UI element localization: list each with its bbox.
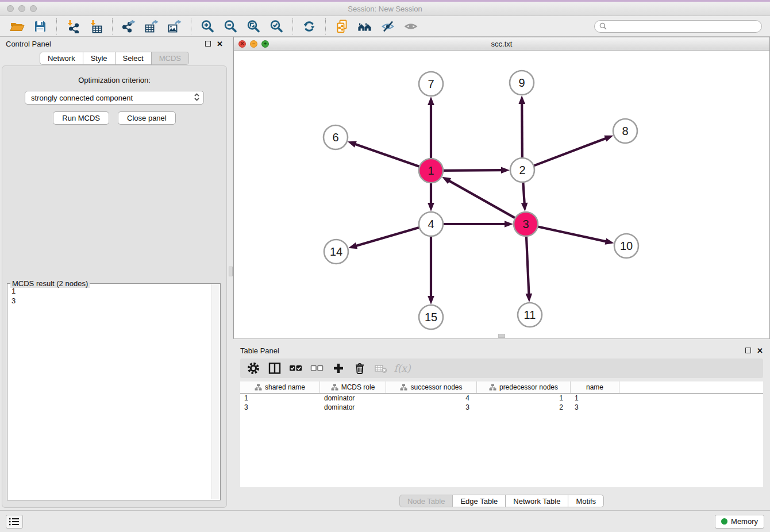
export-table-button[interactable]: [140, 18, 163, 35]
table-toolbar: f(x): [240, 358, 763, 378]
add-column-button[interactable]: [330, 360, 347, 376]
column-header-successor-nodes[interactable]: successor nodes: [386, 381, 477, 393]
table-cell: 1: [477, 394, 571, 402]
run-mcds-button[interactable]: Run MCDS: [53, 111, 109, 125]
network-maximize-button[interactable]: +: [261, 40, 269, 48]
export-image-button[interactable]: [163, 18, 186, 35]
import-table-icon: [89, 20, 103, 33]
column-header-predecessor-nodes[interactable]: predecessor nodes: [477, 381, 571, 393]
float-panel-icon[interactable]: [205, 41, 211, 47]
table-settings-button[interactable]: [245, 360, 262, 376]
tab-mcds[interactable]: MCDS: [152, 52, 189, 65]
table-row[interactable]: 3dominator323: [240, 403, 763, 412]
select-stepper-icon: [194, 92, 200, 103]
status-bar: Memory: [0, 510, 770, 532]
float-table-panel-icon[interactable]: [745, 348, 751, 353]
criterion-select[interactable]: strongly connected component: [25, 91, 204, 105]
table-row[interactable]: 1dominator411: [240, 394, 763, 403]
unchecked-boxes-icon: [310, 362, 324, 375]
table-cell: 2: [477, 403, 571, 411]
zoom-selected-button[interactable]: [265, 18, 288, 35]
tab-select[interactable]: Select: [116, 52, 152, 65]
graph-edge-2-9[interactable]: [522, 103, 522, 160]
splitter-grip[interactable]: [229, 267, 233, 276]
column-header-shared-name[interactable]: shared name: [240, 381, 320, 393]
network-close-button[interactable]: ✕: [238, 40, 246, 48]
import-table-button[interactable]: [84, 18, 107, 35]
graph-edge-2-3[interactable]: [523, 180, 525, 204]
result-scrollbar[interactable]: [211, 284, 220, 499]
tab-motifs[interactable]: Motifs: [568, 495, 604, 507]
clone-network-icon: [335, 20, 349, 33]
hide-selected-button[interactable]: [376, 18, 399, 35]
horizontal-splitter[interactable]: [233, 339, 770, 344]
refresh-view-button[interactable]: [298, 18, 321, 35]
canvas-resize-grip[interactable]: [498, 334, 505, 338]
graph-edge-3-1[interactable]: [448, 180, 517, 219]
mcds-result-text[interactable]: 1 3: [9, 285, 210, 499]
open-session-button[interactable]: [6, 18, 29, 35]
node-table-body: 1dominator4113dominator323: [240, 394, 763, 412]
zoom-selected-icon: [270, 20, 283, 33]
columns-icon: [268, 362, 281, 375]
tab-edge-table[interactable]: Edge Table: [453, 495, 506, 507]
toolbar-separator: [325, 18, 326, 34]
save-session-button[interactable]: [29, 18, 52, 35]
table-cell: 3: [571, 403, 619, 411]
network-canvas[interactable]: 7968124314101511: [234, 51, 769, 338]
graph-node-label: 7: [428, 78, 434, 90]
main-toolbar: [0, 16, 770, 37]
task-history-button[interactable]: [6, 515, 23, 529]
search-box[interactable]: [594, 20, 762, 33]
zoom-window-button[interactable]: [30, 5, 37, 12]
clone-network-button[interactable]: [330, 18, 353, 35]
deselect-all-button[interactable]: [309, 360, 326, 376]
close-window-button[interactable]: [7, 5, 14, 12]
network-window-titlebar[interactable]: ✕ − + scc.txt: [234, 37, 769, 51]
column-header-name[interactable]: name: [571, 381, 619, 393]
column-header-mcds-role[interactable]: MCDS role: [320, 381, 386, 393]
close-panel-icon[interactable]: ✕: [217, 40, 223, 48]
mcds-panel: Optimization criterion: strongly connect…: [2, 65, 227, 508]
select-all-button[interactable]: [287, 360, 305, 376]
graph-edge-3-10[interactable]: [536, 226, 607, 242]
graph-edge-arrow: [348, 242, 357, 249]
network-graph[interactable]: 7968124314101511: [234, 51, 769, 338]
graph-edge-4-14[interactable]: [356, 227, 421, 246]
export-network-button[interactable]: [117, 18, 140, 35]
network-window-title: scc.txt: [234, 40, 769, 48]
show-all-button[interactable]: [399, 18, 422, 35]
minimize-window-button[interactable]: [18, 5, 25, 12]
graph-edge-3-11[interactable]: [526, 234, 529, 295]
network-minimize-button[interactable]: −: [250, 40, 257, 48]
close-table-panel-icon[interactable]: ✕: [757, 347, 763, 354]
graph-edge-arrow: [604, 136, 613, 142]
vertical-splitter[interactable]: [229, 37, 233, 510]
home-layout-button[interactable]: [353, 18, 376, 35]
graph-edge-1-6[interactable]: [355, 144, 421, 168]
close-panel-button[interactable]: Close panel: [118, 111, 176, 125]
graph-edge-1-2[interactable]: [441, 170, 502, 171]
graph-node-label: 15: [425, 311, 437, 323]
graph-node-label: 10: [620, 240, 633, 252]
tab-node-table[interactable]: Node Table: [399, 495, 453, 507]
export-table-icon: [145, 20, 159, 33]
graph-edge-2-8[interactable]: [532, 138, 606, 166]
search-input[interactable]: [610, 22, 757, 30]
toolbar-separator: [191, 18, 191, 34]
delete-column-button[interactable]: [351, 360, 368, 376]
tab-network-table[interactable]: Network Table: [506, 495, 568, 507]
graph-edge-arrow: [428, 296, 434, 304]
tab-network[interactable]: Network: [40, 52, 83, 65]
list-icon: [9, 518, 20, 526]
zoom-fit-button[interactable]: [242, 18, 265, 35]
memory-button[interactable]: Memory: [715, 515, 764, 529]
network-window: ✕ − + scc.txt 7968124314101511: [233, 37, 770, 339]
zoom-out-button[interactable]: [219, 18, 242, 35]
import-network-button[interactable]: [61, 18, 84, 35]
column-visibility-button[interactable]: [266, 360, 283, 376]
search-icon: [599, 22, 607, 30]
zoom-in-button[interactable]: [196, 18, 219, 35]
table-panel-header: Table Panel ✕: [233, 344, 770, 357]
tab-style[interactable]: Style: [83, 52, 116, 65]
